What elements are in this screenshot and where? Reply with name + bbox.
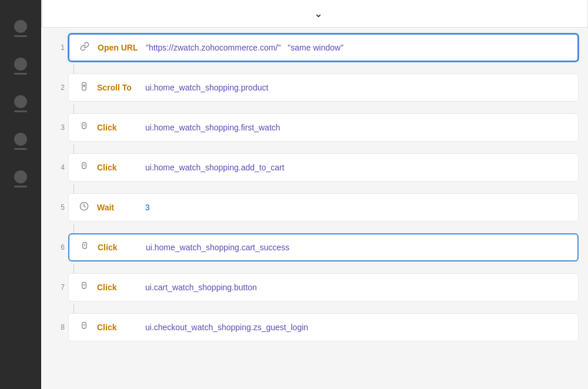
step-card[interactable]: Clickui.cart_watch_shopping.button xyxy=(68,273,579,301)
step-number: 8 xyxy=(51,323,65,331)
sidebar-dot xyxy=(14,170,27,183)
step-target-label: ui.home_watch_shopping.add_to_cart xyxy=(145,163,285,172)
sidebar-item-1[interactable] xyxy=(8,15,34,41)
step-number: 1 xyxy=(51,43,65,52)
table-row[interactable]: 3Clickui.home_watch_shopping.first_watch xyxy=(51,113,579,142)
step-target-label: "https://zwatch.zohocommerce.com/" xyxy=(146,43,280,52)
step-number: 4 xyxy=(51,163,65,172)
table-row[interactable]: 2Scroll Toui.home_watch_shopping.product xyxy=(51,73,579,102)
step-target-label: ui.home_watch_shopping.cart_success xyxy=(146,243,289,252)
step-action-label: Click xyxy=(97,123,138,132)
sidebar-item-4[interactable] xyxy=(8,128,34,154)
step-action-label: Scroll To xyxy=(97,83,138,92)
step-connector xyxy=(51,144,579,153)
step-card[interactable]: Clickui.home_watch_shopping.cart_success xyxy=(68,233,579,261)
step-card[interactable]: Wait3 xyxy=(68,193,579,222)
sidebar-dot xyxy=(14,95,27,108)
header: ⌄ xyxy=(41,0,588,28)
table-row[interactable]: 1Open URL"https://zwatch.zohocommerce.co… xyxy=(51,33,579,62)
table-row[interactable]: 4Clickui.home_watch_shopping.add_to_cart xyxy=(51,153,579,182)
sidebar-line xyxy=(14,186,27,187)
step-connector xyxy=(51,64,579,73)
step-connector xyxy=(51,184,579,193)
table-row[interactable]: 7Clickui.cart_watch_shopping.button xyxy=(51,273,579,301)
step-target-label: ui.cart_watch_shopping.button xyxy=(145,283,257,292)
step-number: 5 xyxy=(51,203,65,212)
step-action-label: Open URL xyxy=(98,43,139,52)
sidebar-dot xyxy=(14,20,27,33)
sidebar-dot xyxy=(14,133,27,146)
step-number: 6 xyxy=(51,243,65,251)
step-target-label: ui.checkout_watch_shopping.zs_guest_logi… xyxy=(145,323,308,332)
mouse-icon xyxy=(78,321,90,333)
step-number: 3 xyxy=(51,123,65,132)
sidebar-item-5[interactable] xyxy=(8,166,34,192)
step-connector xyxy=(51,224,579,233)
step-target-label: ui.home_watch_shopping.first_watch xyxy=(145,123,280,132)
main-content: ⌄ 1Open URL"https://zwatch.zohocommerce.… xyxy=(41,0,588,389)
step-target-label: ui.home_watch_shopping.product xyxy=(145,83,268,92)
step-card[interactable]: Clickui.home_watch_shopping.first_watch xyxy=(68,113,579,142)
step-card[interactable]: Clickui.checkout_watch_shopping.zs_guest… xyxy=(68,313,579,341)
mouse-icon xyxy=(79,242,91,253)
steps-container: 1Open URL"https://zwatch.zohocommerce.co… xyxy=(41,28,588,389)
mouse-icon xyxy=(78,162,90,173)
sidebar-line xyxy=(14,73,27,75)
clock-icon xyxy=(78,202,90,213)
step-action-label: Wait xyxy=(97,203,138,212)
step-wait-value: 3 xyxy=(145,203,150,212)
chevron-down-icon[interactable]: ⌄ xyxy=(314,7,323,20)
sidebar-line xyxy=(14,35,27,37)
sidebar-line xyxy=(14,148,27,150)
scroll-icon xyxy=(78,82,90,93)
step-action-label: Click xyxy=(98,243,139,252)
table-row[interactable]: 6Clickui.home_watch_shopping.cart_succes… xyxy=(51,233,579,261)
step-connector xyxy=(51,304,579,313)
step-number: 7 xyxy=(51,283,65,291)
mouse-icon xyxy=(78,281,90,293)
sidebar-line xyxy=(14,110,27,112)
link-icon xyxy=(79,42,91,53)
table-row[interactable]: 8Clickui.checkout_watch_shopping.zs_gues… xyxy=(51,313,579,341)
step-connector xyxy=(51,104,579,113)
step-connector xyxy=(51,264,579,273)
sidebar-item-2[interactable] xyxy=(8,53,34,79)
step-card[interactable]: Scroll Toui.home_watch_shopping.product xyxy=(68,73,579,102)
step-action-label: Click xyxy=(97,163,138,172)
header-divider-left xyxy=(42,0,42,27)
step-action-label: Click xyxy=(97,323,138,332)
step-card[interactable]: Clickui.home_watch_shopping.add_to_cart xyxy=(68,153,579,182)
mouse-icon xyxy=(78,122,90,133)
sidebar-item-3[interactable] xyxy=(8,90,34,116)
step-param-label: "same window" xyxy=(288,43,343,52)
step-number: 2 xyxy=(51,83,65,92)
step-card[interactable]: Open URL"https://zwatch.zohocommerce.com… xyxy=(68,33,579,62)
table-row[interactable]: 5Wait3 xyxy=(51,193,579,222)
sidebar-dot xyxy=(14,58,27,71)
step-action-label: Click xyxy=(97,283,138,292)
sidebar xyxy=(0,0,41,389)
